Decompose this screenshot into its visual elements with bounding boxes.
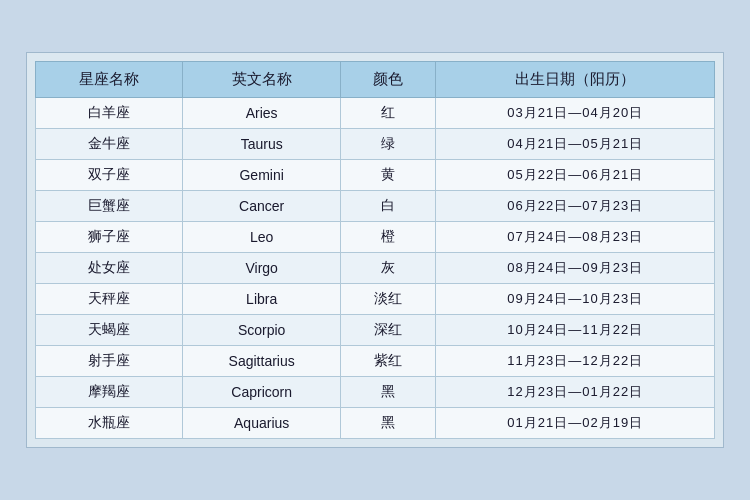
cell-chinese-name: 射手座 bbox=[36, 346, 183, 377]
cell-color: 黄 bbox=[341, 160, 436, 191]
cell-color: 灰 bbox=[341, 253, 436, 284]
cell-english-name: Leo bbox=[183, 222, 341, 253]
cell-color: 白 bbox=[341, 191, 436, 222]
cell-chinese-name: 天蝎座 bbox=[36, 315, 183, 346]
cell-english-name: Taurus bbox=[183, 129, 341, 160]
cell-english-name: Aquarius bbox=[183, 408, 341, 439]
cell-dates: 04月21日—05月21日 bbox=[436, 129, 715, 160]
cell-dates: 01月21日—02月19日 bbox=[436, 408, 715, 439]
cell-dates: 07月24日—08月23日 bbox=[436, 222, 715, 253]
table-row: 天蝎座Scorpio深红10月24日—11月22日 bbox=[36, 315, 715, 346]
cell-chinese-name: 双子座 bbox=[36, 160, 183, 191]
cell-english-name: Capricorn bbox=[183, 377, 341, 408]
cell-chinese-name: 水瓶座 bbox=[36, 408, 183, 439]
cell-dates: 03月21日—04月20日 bbox=[436, 98, 715, 129]
table-row: 狮子座Leo橙07月24日—08月23日 bbox=[36, 222, 715, 253]
cell-dates: 12月23日—01月22日 bbox=[436, 377, 715, 408]
cell-chinese-name: 摩羯座 bbox=[36, 377, 183, 408]
table-row: 白羊座Aries红03月21日—04月20日 bbox=[36, 98, 715, 129]
col-header-chinese: 星座名称 bbox=[36, 62, 183, 98]
table-row: 双子座Gemini黄05月22日—06月21日 bbox=[36, 160, 715, 191]
cell-dates: 06月22日—07月23日 bbox=[436, 191, 715, 222]
cell-english-name: Virgo bbox=[183, 253, 341, 284]
cell-color: 黑 bbox=[341, 408, 436, 439]
table-row: 水瓶座Aquarius黑01月21日—02月19日 bbox=[36, 408, 715, 439]
table-row: 处女座Virgo灰08月24日—09月23日 bbox=[36, 253, 715, 284]
col-header-english: 英文名称 bbox=[183, 62, 341, 98]
cell-color: 深红 bbox=[341, 315, 436, 346]
cell-chinese-name: 白羊座 bbox=[36, 98, 183, 129]
col-header-color: 颜色 bbox=[341, 62, 436, 98]
cell-dates: 09月24日—10月23日 bbox=[436, 284, 715, 315]
cell-chinese-name: 处女座 bbox=[36, 253, 183, 284]
cell-english-name: Aries bbox=[183, 98, 341, 129]
cell-english-name: Scorpio bbox=[183, 315, 341, 346]
table-row: 金牛座Taurus绿04月21日—05月21日 bbox=[36, 129, 715, 160]
table-body: 白羊座Aries红03月21日—04月20日金牛座Taurus绿04月21日—0… bbox=[36, 98, 715, 439]
cell-dates: 10月24日—11月22日 bbox=[436, 315, 715, 346]
cell-chinese-name: 巨蟹座 bbox=[36, 191, 183, 222]
cell-color: 黑 bbox=[341, 377, 436, 408]
cell-color: 淡红 bbox=[341, 284, 436, 315]
table-row: 摩羯座Capricorn黑12月23日—01月22日 bbox=[36, 377, 715, 408]
zodiac-table: 星座名称 英文名称 颜色 出生日期（阳历） 白羊座Aries红03月21日—04… bbox=[35, 61, 715, 439]
cell-english-name: Sagittarius bbox=[183, 346, 341, 377]
table-container: 星座名称 英文名称 颜色 出生日期（阳历） 白羊座Aries红03月21日—04… bbox=[26, 52, 724, 448]
cell-chinese-name: 金牛座 bbox=[36, 129, 183, 160]
cell-dates: 05月22日—06月21日 bbox=[436, 160, 715, 191]
cell-chinese-name: 天秤座 bbox=[36, 284, 183, 315]
cell-english-name: Gemini bbox=[183, 160, 341, 191]
cell-english-name: Cancer bbox=[183, 191, 341, 222]
cell-color: 紫红 bbox=[341, 346, 436, 377]
table-row: 射手座Sagittarius紫红11月23日—12月22日 bbox=[36, 346, 715, 377]
table-row: 天秤座Libra淡红09月24日—10月23日 bbox=[36, 284, 715, 315]
cell-dates: 08月24日—09月23日 bbox=[436, 253, 715, 284]
cell-dates: 11月23日—12月22日 bbox=[436, 346, 715, 377]
cell-english-name: Libra bbox=[183, 284, 341, 315]
col-header-dates: 出生日期（阳历） bbox=[436, 62, 715, 98]
cell-chinese-name: 狮子座 bbox=[36, 222, 183, 253]
table-row: 巨蟹座Cancer白06月22日—07月23日 bbox=[36, 191, 715, 222]
cell-color: 绿 bbox=[341, 129, 436, 160]
cell-color: 红 bbox=[341, 98, 436, 129]
table-header-row: 星座名称 英文名称 颜色 出生日期（阳历） bbox=[36, 62, 715, 98]
cell-color: 橙 bbox=[341, 222, 436, 253]
